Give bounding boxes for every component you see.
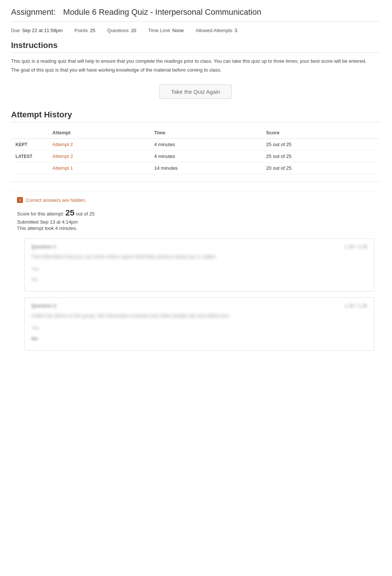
col-score: Score [262, 127, 380, 139]
instructions-text: This quiz is a reading quiz that will he… [11, 58, 380, 73]
attempt-status-0: KEPT [11, 139, 48, 151]
points-value: 25 [90, 28, 95, 33]
time-limit-label: Time Limit [148, 28, 170, 33]
attempt-link-1[interactable]: Attempt 2 [48, 151, 150, 162]
attempt-score-1: 25 out of 25 [262, 151, 380, 162]
question-cards-container: Question 1 1.25 / 1.25 The information t… [17, 238, 374, 351]
score-out-of: out of 25 [76, 211, 95, 217]
attempt-history-title: Attempt History [11, 110, 380, 123]
assignment-header: Assignment: Module 6 Reading Quiz - Inte… [11, 7, 380, 22]
due-label: Due [11, 28, 20, 33]
attempt-status-2 [11, 162, 48, 174]
attempt-time-1: 4 minutes [150, 151, 262, 162]
question-2-option-1: Yes [31, 324, 367, 332]
due-meta: Due Sep 22 at 11:59pm [11, 28, 63, 33]
table-row: Attempt 114 minutes20 out of 25 [11, 162, 380, 174]
question-2-label: Question 2 [31, 303, 56, 308]
attempt-score-2: 20 out of 25 [262, 162, 380, 174]
attempt-link-0[interactable]: Attempt 2 [48, 139, 150, 151]
attempt-history-table: Attempt Time Score KEPTAttempt 24 minute… [11, 127, 380, 174]
points-meta: Points 25 [75, 28, 96, 33]
table-header-row: Attempt Time Score [11, 127, 380, 139]
col-attempt: Attempt [48, 127, 150, 139]
attempt-link-2[interactable]: Attempt 1 [48, 162, 150, 174]
score-label: Score for this attempt: [17, 211, 64, 217]
col-status [11, 127, 48, 139]
allowed-attempts-meta: Allowed Attempts 3 [196, 28, 237, 33]
table-row: KEPTAttempt 24 minutes25 out of 25 [11, 139, 380, 151]
questions-label: Questions [107, 28, 129, 33]
took-line: This attempt took 4 minutes. [17, 225, 374, 231]
question-1-score: 1.25 / 1.25 [345, 244, 367, 249]
question-2-header: Question 2 1.25 / 1.25 [31, 303, 367, 308]
time-limit-meta: Time Limit None [148, 28, 184, 33]
assignment-title: Module 6 Reading Quiz - Interpersonal Co… [63, 7, 261, 17]
question-card-2: Question 2 1.25 / 1.25 Unlike the others… [24, 297, 374, 351]
allowed-attempts-value: 3 [235, 28, 237, 33]
attempt-time-2: 14 minutes [150, 162, 262, 174]
attempt-score-0: 25 out of 25 [262, 139, 380, 151]
table-row: LATESTAttempt 24 minutes25 out of 25 [11, 151, 380, 162]
attempt-history-section: Attempt History Attempt Time Score KEPTA… [11, 110, 380, 174]
quiz-button-container: Take the Quiz Again [11, 84, 380, 99]
meta-row: Due Sep 22 at 11:59pm Points 25 Question… [11, 28, 380, 33]
submitted-line: Submitted Sep 13 at 4:14pm [17, 219, 374, 225]
attempt-time-0: 4 minutes [150, 139, 262, 151]
score-section: i Correct answers are hidden. Score for … [11, 191, 380, 362]
instructions-line2: The goal of this quiz is that you will h… [11, 66, 380, 74]
question-1-label: Question 1 [31, 244, 56, 249]
question-2-text: Unlike the others in this group, this in… [31, 313, 367, 318]
time-limit-value: None [172, 28, 184, 33]
due-value: Sep 22 at 11:59pm [22, 28, 63, 33]
score-line: Score for this attempt: 25 out of 25 [17, 208, 374, 218]
points-label: Points [75, 28, 88, 33]
divider [11, 182, 380, 182]
instructions-line1: This quiz is a reading quiz that will he… [11, 58, 380, 65]
notice-icon: i [17, 197, 23, 203]
allowed-attempts-label: Allowed Attempts [196, 28, 233, 33]
question-1-option-1: Yes [31, 265, 367, 273]
question-2-score: 1.25 / 1.25 [345, 303, 367, 308]
take-quiz-again-button[interactable]: Take the Quiz Again [159, 84, 231, 99]
correct-answers-text: Correct answers are hidden. [26, 197, 86, 203]
attempt-status-1: LATEST [11, 151, 48, 162]
instructions-section: Instructions This quiz is a reading quiz… [11, 41, 380, 73]
question-1-header: Question 1 1.25 / 1.25 [31, 244, 367, 249]
score-number: 25 [65, 208, 74, 218]
question-1-option-2: No [31, 275, 367, 284]
col-time: Time [150, 127, 262, 139]
questions-meta: Questions 20 [107, 28, 136, 33]
question-2-option-2: No [31, 334, 367, 343]
question-card-1: Question 1 1.25 / 1.25 The information t… [24, 238, 374, 292]
questions-value: 20 [131, 28, 136, 33]
assignment-label: Assignment: [11, 7, 56, 17]
instructions-title: Instructions [11, 41, 380, 53]
correct-answers-notice: i Correct answers are hidden. [17, 197, 374, 203]
question-1-text: The information that you use when others… [31, 254, 367, 259]
